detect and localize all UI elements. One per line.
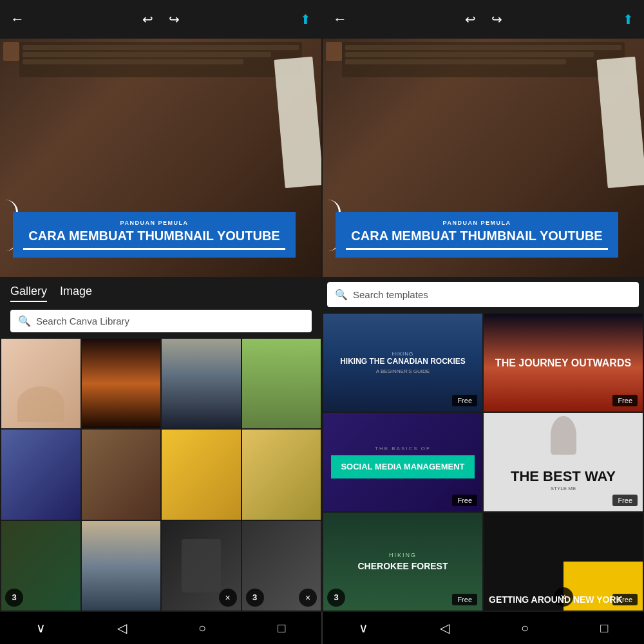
- template-cherokee[interactable]: HIKING CHEROKEE FOREST Free 3: [323, 513, 482, 611]
- template-best-way[interactable]: THE BEST WAY STYLE ME Free: [484, 413, 643, 511]
- photo-badge-9: 3: [5, 589, 23, 607]
- journey-title: THE JOURNEY OUTWARDS: [490, 352, 636, 374]
- left-nav-home[interactable]: ○: [198, 621, 206, 636]
- canvas-main-title: CARA MEMBUAT THUMBNAIL YOUTUBE: [23, 229, 285, 243]
- bestway-subtitle: STYLE ME: [489, 486, 638, 491]
- canvas-underline: [23, 248, 285, 250]
- right-editor-panel: ← ↩ ↪ ⬆ PANDUAN PEMULA CARA MEMBUAT THUM…: [323, 0, 644, 277]
- social-title: SOCIAL MEDIA MANAGEMENT: [336, 462, 469, 472]
- right-canvas-main-title: CARA MEMBUAT THUMBNAIL YOUTUBE: [346, 229, 608, 243]
- cherokee-title: CHEROKEE FOREST: [357, 561, 448, 571]
- right-panel: 🔍 Search templates HIKING HIKING THE CAN…: [322, 277, 644, 612]
- ny-title: GETTING AROUND NEW YORK: [489, 594, 623, 605]
- right-upload-button[interactable]: ⬆: [623, 12, 634, 27]
- photo-cell-7[interactable]: [162, 430, 241, 519]
- right-nav-down[interactable]: ∨: [359, 620, 368, 636]
- hiking-title: HIKING THE CANADIAN ROCKIES: [340, 357, 466, 366]
- right-nav-home[interactable]: ○: [521, 621, 529, 636]
- hiking-free-badge: Free: [452, 395, 477, 406]
- right-keyboard-decoration: [342, 42, 625, 77]
- left-canvas[interactable]: PANDUAN PEMULA CARA MEMBUAT THUMBNAIL YO…: [0, 39, 321, 277]
- tab-image[interactable]: Image: [60, 285, 92, 302]
- photo-grid: 3 × 3 ×: [0, 337, 322, 612]
- left-panel: Gallery Image 🔍 Search Canva Library: [0, 277, 322, 612]
- bestway-free-badge: Free: [612, 495, 638, 506]
- left-nav-recent[interactable]: □: [278, 621, 285, 636]
- left-toolbar: ← ↩ ↪ ⬆: [0, 0, 321, 39]
- left-back-button[interactable]: ←: [10, 11, 24, 28]
- left-tabs: Gallery Image: [0, 277, 322, 307]
- left-redo-button[interactable]: ↪: [169, 12, 180, 27]
- left-nav-down[interactable]: ∨: [36, 620, 46, 636]
- canva-library-search-text: Search Canva Library: [36, 316, 129, 327]
- canva-library-search[interactable]: 🔍 Search Canva Library: [10, 310, 312, 332]
- cherokee-badge: 3: [327, 589, 345, 607]
- journey-free-badge: Free: [612, 395, 638, 406]
- right-coffee-cup-decoration: [326, 42, 342, 61]
- tab-gallery[interactable]: Gallery: [10, 285, 47, 302]
- right-back-button[interactable]: ←: [333, 11, 347, 28]
- bottom-half: Gallery Image 🔍 Search Canva Library: [0, 277, 644, 612]
- search-icon: 🔍: [18, 315, 31, 327]
- left-undo-button[interactable]: ↩: [142, 12, 153, 27]
- photo-cell-1[interactable]: [1, 339, 80, 428]
- keyboard-decoration: [19, 42, 302, 77]
- coffee-cup-decoration: [3, 42, 19, 61]
- photo-cell-2[interactable]: [82, 339, 161, 428]
- templates-grid: HIKING HIKING THE CANADIAN ROCKIES A BEG…: [322, 312, 644, 612]
- left-canvas-blue-box: PANDUAN PEMULA CARA MEMBUAT THUMBNAIL YO…: [13, 212, 296, 258]
- hiking-subtitle: A BEGINNER'S GUIDE: [340, 368, 466, 374]
- template-social-media[interactable]: THE BASICS OF SOCIAL MEDIA MANAGEMENT Fr…: [323, 413, 482, 511]
- hiking-small-label: HIKING: [340, 351, 466, 357]
- right-nav-recent[interactable]: □: [600, 621, 608, 636]
- right-toolbar: ← ↩ ↪ ⬆: [323, 0, 644, 39]
- bestway-title: THE BEST WAY: [489, 469, 638, 484]
- right-undo-button[interactable]: ↩: [465, 12, 476, 27]
- top-half: ← ↩ ↪ ⬆ PANDUA: [0, 0, 644, 277]
- template-search-text: Search templates: [353, 289, 428, 300]
- right-canvas-underline: [346, 248, 608, 250]
- right-nav-bar: ∨ ◁ ○ □: [323, 612, 644, 644]
- right-nav-back[interactable]: ◁: [440, 620, 450, 636]
- photo-cell-6[interactable]: [82, 430, 161, 519]
- photo-cell-5[interactable]: [1, 430, 80, 519]
- canvas-sub-label: PANDUAN PEMULA: [23, 220, 285, 226]
- photo-cell-8[interactable]: [242, 430, 321, 519]
- remove-photo-12-button[interactable]: ×: [299, 589, 317, 607]
- right-canvas[interactable]: PANDUAN PEMULA CARA MEMBUAT THUMBNAIL YO…: [323, 39, 644, 277]
- right-redo-button[interactable]: ↪: [491, 12, 502, 27]
- photo-cell-10[interactable]: [82, 521, 161, 611]
- cherokee-label: HIKING: [389, 552, 417, 558]
- template-journey-outwards[interactable]: THE JOURNEY OUTWARDS Free: [484, 314, 643, 412]
- right-canvas-blue-box: PANDUAN PEMULA CARA MEMBUAT THUMBNAIL YO…: [336, 212, 618, 258]
- left-nav-back[interactable]: ◁: [117, 620, 127, 636]
- left-nav-bar: ∨ ◁ ○ □: [0, 612, 321, 644]
- photo-cell-9[interactable]: 3: [1, 521, 80, 611]
- social-main-box: SOCIAL MEDIA MANAGEMENT: [331, 455, 474, 478]
- template-hiking-canadian[interactable]: HIKING HIKING THE CANADIAN ROCKIES A BEG…: [323, 314, 482, 412]
- left-editor-panel: ← ↩ ↪ ⬆ PANDUA: [0, 0, 321, 277]
- bestway-text-container: THE BEST WAY STYLE ME: [484, 469, 643, 491]
- template-new-york[interactable]: GETTING AROUND NEW YORK Free ×: [484, 513, 643, 611]
- template-search-bar[interactable]: 🔍 Search templates: [327, 282, 639, 307]
- right-canvas-sub-label: PANDUAN PEMULA: [346, 220, 608, 226]
- hiking-text-container: HIKING HIKING THE CANADIAN ROCKIES A BEG…: [336, 347, 469, 377]
- photo-badge-12: 3: [246, 589, 264, 607]
- photo-cell-11[interactable]: ×: [162, 521, 241, 611]
- bottom-nav-row: ∨ ◁ ○ □ ∨ ◁ ○ □: [0, 612, 644, 644]
- social-top-label: THE BASICS OF: [375, 446, 431, 451]
- remove-photo-11-button[interactable]: ×: [219, 589, 237, 607]
- cherokee-free-badge: Free: [452, 594, 477, 605]
- photo-cell-4[interactable]: [242, 339, 321, 428]
- photo-cell-12[interactable]: 3 ×: [242, 521, 321, 611]
- template-search-icon: 🔍: [335, 289, 348, 301]
- photo-cell-3[interactable]: [162, 339, 241, 428]
- left-upload-button[interactable]: ⬆: [300, 12, 311, 27]
- social-free-badge: Free: [452, 495, 477, 506]
